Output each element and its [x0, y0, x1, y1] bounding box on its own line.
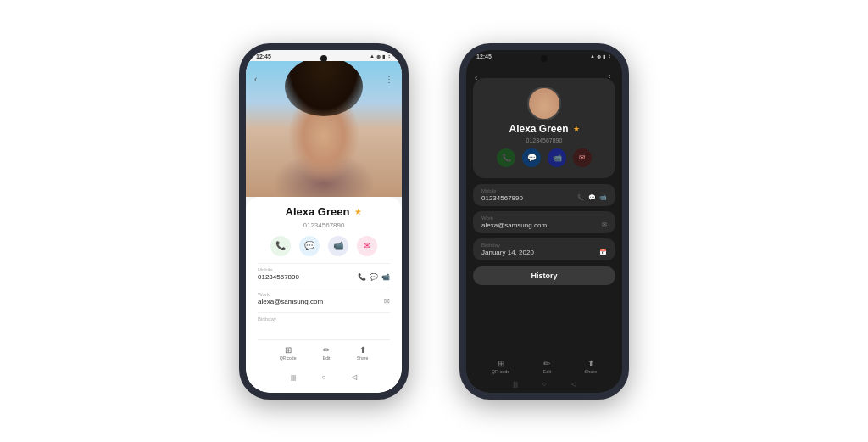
birthday-label-dark: Birthday — [481, 243, 607, 248]
back-button-light[interactable]: ‹ — [254, 75, 257, 84]
contact-name-row: Alexa Green ★ — [258, 205, 390, 218]
birthday-calendar-icon[interactable]: 📅 — [599, 249, 607, 255]
share-label-dark: Share — [585, 369, 598, 374]
mobile-number-dark: 01234567890 — [481, 194, 523, 202]
contact-name-dark: Alexa Green — [509, 123, 568, 135]
call-button-light[interactable]: 📞 — [270, 236, 291, 256]
work-section-dark: Work alexa@samsung.com ✉ — [473, 211, 615, 233]
favorite-star-dark[interactable]: ★ — [573, 125, 580, 133]
mobile-actions-light: 📞 💬 📹 — [358, 273, 390, 281]
qr-icon-light: ⊞ — [285, 345, 292, 355]
qr-icon-dark: ⊞ — [498, 359, 504, 368]
contact-number-dark: 01234567890 — [526, 137, 563, 143]
edit-label-light: Edit — [323, 355, 331, 361]
share-nav-dark[interactable]: ⬆ Share — [585, 359, 598, 374]
birthday-value-dark: January 14, 2020 — [481, 249, 534, 256]
qrcode-nav-dark[interactable]: ⊞ QR code — [492, 359, 510, 374]
signal-icon-dark: ▲ — [590, 53, 595, 59]
mobile-video-icon[interactable]: 📹 — [381, 273, 390, 281]
nav-back-dark[interactable]: ||| — [509, 378, 521, 390]
edit-nav-light[interactable]: ✏ Edit — [323, 345, 331, 361]
contact-photo — [246, 61, 402, 197]
edit-icon-light: ✏ — [323, 345, 330, 355]
dark-name-row: Alexa Green ★ — [509, 123, 579, 135]
work-value-row-dark: alexa@samsung.com ✉ — [481, 221, 607, 229]
dark-action-icons: 📞 💬 📹 ✉ — [497, 146, 592, 170]
edit-icon-dark: ✏ — [543, 359, 550, 368]
mobile-value-row-dark: 01234567890 📞 💬 📹 — [481, 194, 607, 202]
share-icon-light: ⬆ — [359, 345, 366, 355]
more-dots-dark: ⋮ — [607, 53, 612, 59]
avatar-image-dark — [529, 88, 559, 119]
phone-light: 12:45 ▲ ⊛ ▮ ⋮ ‹ ⋮ Alexa Green ★ 01234567… — [239, 43, 409, 400]
contact-number-light: 01234567890 — [258, 221, 390, 229]
mobile-label-light: Mobile — [258, 267, 390, 272]
contact-name-light: Alexa Green — [286, 205, 350, 218]
mobile-label-dark: Mobile — [481, 188, 607, 193]
mobile-msg-dark[interactable]: 💬 — [588, 194, 596, 201]
video-button-dark[interactable]: 📹 — [548, 148, 566, 167]
more-options-light[interactable]: ⋮ — [385, 75, 393, 84]
status-icons-light: ▲ ⊛ ▮ ⋮ — [370, 53, 392, 59]
edit-nav-dark[interactable]: ✏ Edit — [543, 359, 551, 374]
share-label-light: Share — [357, 355, 368, 361]
camera-dot — [320, 55, 327, 62]
back-button-dark[interactable]: ‹ — [475, 73, 477, 82]
mail-button-dark[interactable]: ✉ — [573, 148, 592, 167]
more-options-dark[interactable]: ⋮ — [605, 73, 614, 82]
dark-bottom-nav: ⊞ QR code ✏ Edit ⬆ Share — [466, 355, 622, 376]
work-value-row-light: alexa@samsung.com ✉ — [258, 298, 390, 305]
share-nav-light[interactable]: ⬆ Share — [357, 345, 368, 361]
wifi-icon: ⊛ — [376, 53, 381, 59]
nav-home-btn-light[interactable]: ○ — [317, 371, 331, 384]
work-label-dark: Work — [481, 215, 607, 221]
status-icons-dark: ▲ ⊛ ▮ ⋮ — [590, 53, 612, 59]
mobile-call-dark[interactable]: 📞 — [577, 194, 585, 201]
time-light: 12:45 — [256, 53, 271, 59]
mobile-number-light: 01234567890 — [258, 273, 299, 281]
more-dots-icon: ⋮ — [387, 53, 392, 59]
work-label-light: Work — [258, 292, 390, 297]
time-dark: 12:45 — [476, 53, 492, 59]
nav-recent-light[interactable]: ◁ — [348, 371, 361, 384]
work-mail-icon[interactable]: ✉ — [384, 298, 390, 305]
mobile-video-dark[interactable]: 📹 — [599, 194, 607, 201]
history-button[interactable]: History — [473, 266, 615, 285]
bottom-nav-light: ⊞ QR code ✏ Edit ⬆ Share — [258, 339, 390, 364]
mail-button-light[interactable]: ✉ — [357, 236, 377, 256]
mobile-actions-dark: 📞 💬 📹 — [577, 194, 607, 201]
edit-label-dark: Edit — [543, 369, 551, 374]
work-email-dark: alexa@samsung.com — [481, 221, 547, 229]
message-button-light[interactable]: 💬 — [299, 236, 320, 256]
photo-hair — [285, 61, 363, 116]
battery-icon: ▮ — [382, 53, 385, 59]
contact-avatar-dark — [527, 87, 561, 120]
action-icons-light: 📞 💬 📹 ✉ — [258, 232, 390, 260]
qrcode-label-light: QR code — [280, 355, 297, 361]
mobile-value-row-light: 01234567890 📞 💬 📹 — [258, 273, 390, 281]
share-icon-dark: ⬆ — [587, 359, 594, 368]
hero-image: ‹ ⋮ — [246, 61, 402, 197]
qrcode-label-dark: QR code — [492, 369, 510, 374]
nav-home-dark[interactable]: ○ — [538, 378, 550, 390]
birthday-label-light: Birthday — [258, 316, 390, 322]
battery-icon-dark: ▮ — [603, 53, 605, 59]
work-section-light: Work alexa@samsung.com ✉ — [258, 288, 390, 309]
qrcode-nav-light[interactable]: ⊞ QR code — [280, 345, 297, 361]
mobile-msg-icon[interactable]: 💬 — [370, 273, 378, 281]
call-button-dark[interactable]: 📞 — [497, 148, 515, 167]
mobile-section-dark: Mobile 01234567890 📞 💬 📹 — [473, 184, 615, 206]
favorite-star-light[interactable]: ★ — [354, 207, 362, 216]
nav-home-light: ||| ○ ◁ — [258, 367, 390, 388]
message-button-dark[interactable]: 💬 — [522, 148, 541, 167]
mobile-call-icon[interactable]: 📞 — [358, 273, 366, 281]
work-mail-dark[interactable]: ✉ — [602, 221, 607, 228]
signal-icon: ▲ — [370, 53, 375, 59]
video-button-light[interactable]: 📹 — [328, 236, 348, 256]
camera-dot-dark — [541, 55, 548, 62]
dark-header-bar: ‹ ⋮ — [466, 61, 622, 75]
mobile-section-light: Mobile 01234567890 📞 💬 📹 — [258, 263, 390, 284]
nav-back-light[interactable]: ||| — [287, 371, 300, 384]
work-email-light: alexa@samsung.com — [258, 298, 323, 305]
nav-recent-dark[interactable]: ◁ — [567, 378, 579, 390]
